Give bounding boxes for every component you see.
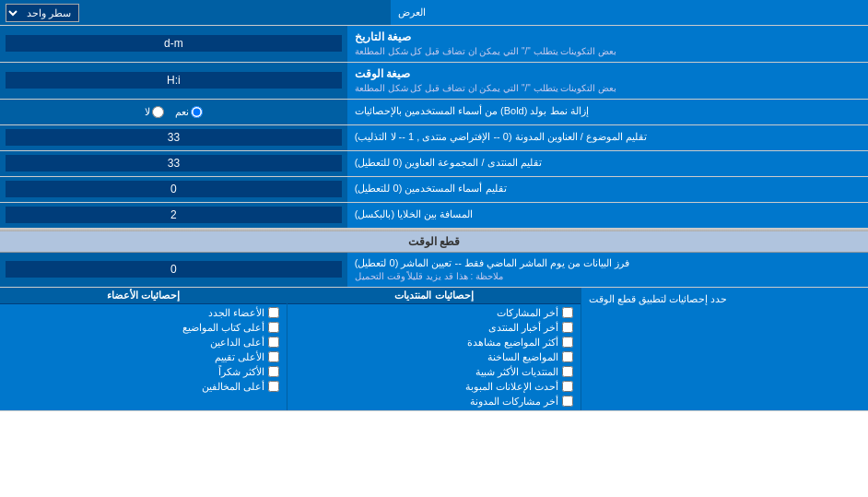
stat-col2-item-2[interactable]: أعلى كتاب المواضيع xyxy=(7,322,279,334)
forum-group-label: تقليم المنتدى / المجموعة العناوين (0 للت… xyxy=(347,151,868,176)
stat-col1-item-3[interactable]: أكثر المواضيع مشاهدة xyxy=(295,337,573,349)
time-cut-sub-label: ملاحظة : هذا قد يزيد قليلاً وقت التحميل xyxy=(355,270,503,283)
time-format-sub-label: بعض التكوينات يتطلب "/" التي يمكن ان تضا… xyxy=(355,82,616,95)
stat-col2-item-1[interactable]: الأعضاء الجدد xyxy=(7,307,279,319)
date-format-row: صيغة التاريخ بعض التكوينات يتطلب "/" الت… xyxy=(0,26,868,63)
stat-col2-item-4[interactable]: الأعلى تقييم xyxy=(7,351,279,363)
stats-col2-header: إحصائيات الأعضاء xyxy=(0,288,287,304)
bold-remove-no-radio[interactable] xyxy=(152,106,164,118)
date-format-input-cell xyxy=(0,26,347,62)
stat-col1-item-1[interactable]: أخر المشاركات xyxy=(295,307,573,319)
stats-col1-items: أخر المشاركات أخر أخبار المنتدى أكثر الم… xyxy=(287,304,581,410)
cell-spacing-input[interactable] xyxy=(6,207,342,223)
cell-spacing-label-text: المسافة بين الخلايا (بالبكسل) xyxy=(355,207,474,221)
bold-remove-label: إزالة نمط بولد (Bold) من أسماء المستخدمي… xyxy=(347,100,868,124)
bold-remove-yes-label[interactable]: نعم xyxy=(175,106,203,118)
date-format-sub-label: بعض التكوينات يتطلب "/" التي يمكن ان تضا… xyxy=(355,45,616,58)
stat-col1-item-4[interactable]: المواضيع الساخنة xyxy=(295,351,573,363)
bold-remove-row: إزالة نمط بولد (Bold) من أسماء المستخدمي… xyxy=(0,100,868,125)
user-names-label-text: تقليم أسماء المستخدمين (0 للتعطيل) xyxy=(355,182,507,195)
date-format-main-label: صيغة التاريخ xyxy=(355,30,411,45)
display-row: العرض سطر واحد سطران ثلاثة أسطر xyxy=(0,0,868,26)
stat-col2-item-5[interactable]: الأكثر شكراً xyxy=(7,366,279,378)
display-label-text: العرض xyxy=(398,6,426,19)
time-format-input[interactable] xyxy=(6,72,342,89)
topic-titles-row: تقليم الموضوع / العناوين المدونة (0 -- ا… xyxy=(0,125,868,151)
bold-remove-label-text: إزالة نمط بولد (Bold) من أسماء المستخدمي… xyxy=(355,104,589,118)
date-format-input[interactable] xyxy=(6,35,342,52)
time-cut-label: فرز البيانات من يوم الماشر الماضي فقط --… xyxy=(347,253,868,287)
cell-spacing-row: المسافة بين الخلايا (بالبكسل) xyxy=(0,203,868,229)
topic-titles-label: تقليم الموضوع / العناوين المدونة (0 -- ا… xyxy=(347,125,868,150)
cell-spacing-input-cell xyxy=(0,203,347,228)
stats-limit-label: حدد إحصائيات لتطبيق قطع الوقت xyxy=(589,293,727,305)
stats-main-row: حدد إحصائيات لتطبيق قطع الوقت إحصائيات ا… xyxy=(0,288,868,411)
topic-titles-label-text: تقليم الموضوع / العناوين المدونة (0 -- ا… xyxy=(355,130,647,144)
stat-col1-item-7[interactable]: أخر مشاركات المدونة xyxy=(295,396,573,408)
user-names-input[interactable] xyxy=(6,181,342,197)
time-format-row: صيغة الوقت بعض التكوينات يتطلب "/" التي … xyxy=(0,63,868,100)
display-label: العرض xyxy=(391,0,868,25)
time-cut-main-label: فرز البيانات من يوم الماشر الماضي فقط --… xyxy=(355,256,629,270)
topic-titles-input-cell xyxy=(0,125,347,150)
stat-col1-item-6[interactable]: أحدث الإعلانات المبوبة xyxy=(295,381,573,393)
time-format-input-cell xyxy=(0,63,347,99)
time-cut-section-header: قطع الوقت xyxy=(0,231,868,253)
cell-spacing-label: المسافة بين الخلايا (بالبكسل) xyxy=(347,203,868,228)
stats-col2-items: الأعضاء الجدد أعلى كتاب المواضيع أعلى ال… xyxy=(0,304,287,396)
time-format-label: صيغة الوقت بعض التكوينات يتطلب "/" التي … xyxy=(347,63,868,99)
date-format-label: صيغة التاريخ بعض التكوينات يتطلب "/" الت… xyxy=(347,26,868,62)
stat-col2-item-6[interactable]: أعلى المخالفين xyxy=(7,381,279,393)
stat-col1-item-5[interactable]: المنتديات الأكثر شبية xyxy=(295,366,573,378)
forum-group-input[interactable] xyxy=(6,155,342,172)
forum-group-label-text: تقليم المنتدى / المجموعة العناوين (0 للت… xyxy=(355,156,542,170)
time-cut-input[interactable] xyxy=(6,261,342,278)
time-format-main-label: صيغة الوقت xyxy=(355,66,410,82)
bold-remove-yes-radio[interactable] xyxy=(191,106,203,118)
time-cut-input-cell xyxy=(0,253,347,287)
bold-remove-input-cell: نعم لا xyxy=(0,100,347,124)
forum-group-row: تقليم المنتدى / المجموعة العناوين (0 للت… xyxy=(0,151,868,177)
stat-col2-item-3[interactable]: أعلى الداعين xyxy=(7,337,279,349)
stats-col1-header: إحصائيات المنتديات xyxy=(287,288,581,304)
topic-titles-input[interactable] xyxy=(6,129,342,146)
forum-group-input-cell xyxy=(0,151,347,176)
stat-col1-item-2[interactable]: أخر أخبار المنتدى xyxy=(295,322,573,334)
user-names-label: تقليم أسماء المستخدمين (0 للتعطيل) xyxy=(347,177,868,202)
time-cut-row: فرز البيانات من يوم الماشر الماضي فقط --… xyxy=(0,253,868,288)
bold-remove-no-label[interactable]: لا xyxy=(145,106,164,118)
user-names-input-cell xyxy=(0,177,347,202)
user-names-row: تقليم أسماء المستخدمين (0 للتعطيل) xyxy=(0,177,868,203)
time-cut-section-title: قطع الوقت xyxy=(408,235,460,248)
display-input-cell: سطر واحد سطران ثلاثة أسطر xyxy=(0,0,391,25)
display-select[interactable]: سطر واحد سطران ثلاثة أسطر xyxy=(6,4,79,22)
